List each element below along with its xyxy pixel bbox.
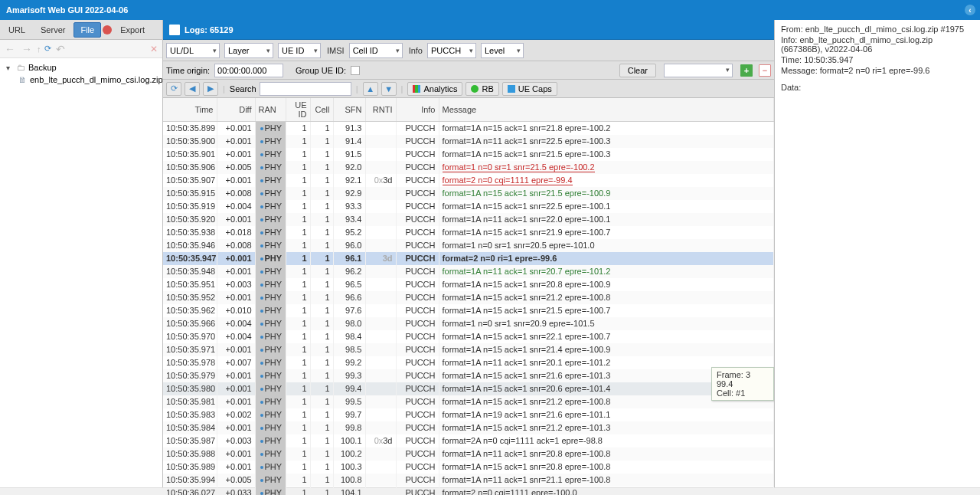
- folder-icon: 🗀: [17, 63, 25, 72]
- log-table: Time Diff RAN UE ID Cell SFN RNTI Info M…: [163, 98, 774, 495]
- left-toolbar: URL Server File Export: [0, 20, 162, 40]
- rb-button[interactable]: RB: [466, 82, 498, 96]
- table-row[interactable]: 10:50:35.962+0.010PHY1197.6PUCCHformat=1…: [163, 304, 774, 317]
- table-row[interactable]: 10:50:35.984+0.001PHY1199.8PUCCHformat=1…: [163, 421, 774, 434]
- app-title: Amarisoft Web GUI 2022-04-06: [6, 5, 128, 15]
- collapse-left-icon[interactable]: [965, 5, 975, 15]
- table-row[interactable]: 10:50:35.906+0.005PHY1192.0PUCCHformat=1…: [163, 161, 774, 174]
- file-button[interactable]: File: [74, 22, 101, 38]
- table-row[interactable]: 10:50:35.981+0.001PHY1199.5PUCCHformat=1…: [163, 395, 774, 408]
- table-row[interactable]: 10:50:35.919+0.004PHY1193.3PUCCHformat=1…: [163, 200, 774, 213]
- table-row[interactable]: 10:50:35.947+0.001PHY1196.13dPUCCHformat…: [163, 252, 774, 265]
- separator: |: [401, 84, 403, 93]
- tooltip: Frame: 3 99.4 Cell: #1: [711, 367, 774, 401]
- detail-info: enb_lte_pucch_dl_mimo_csi.log.zip (66738…: [781, 35, 933, 54]
- url-button[interactable]: URL: [2, 22, 32, 38]
- table-row[interactable]: 10:50:35.994+0.005PHY11100.8PUCCHformat=…: [163, 474, 774, 487]
- nav-up-icon[interactable]: ↑: [37, 44, 41, 54]
- col-ran[interactable]: RAN: [255, 98, 286, 122]
- filter-bar: UL/DL Layer UE ID IMSI Cell ID Info PUCC…: [163, 40, 774, 61]
- analytics-button[interactable]: Analytics: [407, 82, 462, 96]
- ueid-combo[interactable]: UE ID: [278, 43, 321, 58]
- group-ueid-checkbox[interactable]: [351, 66, 360, 75]
- filter-preset-combo[interactable]: [664, 64, 733, 77]
- document-icon: [169, 25, 180, 35]
- table-row[interactable]: 10:50:35.988+0.001PHY11100.2PUCCHformat=…: [163, 447, 774, 461]
- tree-node-logfile[interactable]: 🗎 enb_lte_pucch_dl_mimo_csi.log.zip ✓: [2, 74, 161, 86]
- col-diff[interactable]: Diff: [217, 98, 255, 122]
- info-label: Info: [409, 46, 423, 55]
- record-icon[interactable]: [103, 25, 112, 34]
- time-bar: Time origin: Group UE ID: Clear + −: [163, 61, 774, 80]
- col-message[interactable]: Message: [439, 98, 774, 122]
- export-button[interactable]: Export: [113, 22, 152, 38]
- square-icon: [508, 85, 515, 93]
- tree-toggle-icon[interactable]: ▾: [6, 64, 14, 72]
- table-row[interactable]: 10:50:35.901+0.001PHY1191.5PUCCHformat=1…: [163, 148, 774, 161]
- search-up-icon[interactable]: ▲: [363, 82, 378, 96]
- search-input[interactable]: [260, 82, 351, 96]
- table-row[interactable]: 10:50:35.948+0.001PHY1196.2PUCCHformat=1…: [163, 265, 774, 278]
- layer-combo[interactable]: Layer: [224, 43, 273, 58]
- close-icon[interactable]: ✕: [150, 44, 158, 54]
- detail-panel: From: enb_lte_pucch_dl_mimo_csi.log.zip …: [775, 20, 980, 495]
- table-row[interactable]: 10:50:35.938+0.018PHY1195.2PUCCHformat=1…: [163, 226, 774, 239]
- tooltip-line2: Cell: #1: [717, 388, 769, 398]
- table-row[interactable]: 10:50:35.970+0.004PHY1198.4PUCCHformat=1…: [163, 330, 774, 343]
- uecaps-button[interactable]: UE Caps: [502, 82, 557, 96]
- tree-label: Backup: [28, 63, 57, 72]
- remove-icon[interactable]: −: [759, 64, 771, 77]
- col-cell[interactable]: Cell: [310, 98, 333, 122]
- refresh-icon[interactable]: ⟳: [166, 82, 181, 96]
- col-rnti[interactable]: RNTI: [365, 98, 396, 122]
- table-row[interactable]: 10:50:35.952+0.001PHY1196.6PUCCHformat=1…: [163, 291, 774, 304]
- table-row[interactable]: 10:50:35.989+0.001PHY11100.3PUCCHformat=…: [163, 461, 774, 474]
- table-row[interactable]: 10:50:35.980+0.001PHY1199.4PUCCHformat=1…: [163, 382, 774, 395]
- left-panel: URL Server File Export ← → ↑ ⟳ ↶ ✕ ▾ 🗀 B…: [0, 20, 163, 495]
- server-button[interactable]: Server: [34, 22, 72, 38]
- nav-toolbar: ← → ↑ ⟳ ↶ ✕: [0, 40, 162, 58]
- table-row[interactable]: 10:50:35.900+0.001PHY1191.4PUCCHformat=1…: [163, 135, 774, 148]
- detail-from: enb_lte_pucch_dl_mimo_csi.log.zip #1975: [805, 25, 964, 34]
- level-combo[interactable]: Level: [481, 43, 524, 58]
- col-sfn[interactable]: SFN: [333, 98, 365, 122]
- add-icon[interactable]: +: [740, 64, 753, 77]
- search-down-icon[interactable]: ▼: [381, 82, 397, 96]
- table-row[interactable]: 10:50:35.978+0.007PHY1199.2PUCCHformat=1…: [163, 356, 774, 369]
- refresh-icon[interactable]: ⟳: [44, 44, 51, 54]
- col-ueid[interactable]: UE ID: [286, 98, 310, 122]
- prev-icon[interactable]: ◀: [185, 82, 200, 96]
- info-combo[interactable]: PUCCH: [427, 43, 476, 58]
- nav-back-icon[interactable]: ←: [3, 43, 17, 55]
- table-row[interactable]: 10:50:35.966+0.004PHY1198.0PUCCHformat=1…: [163, 317, 774, 330]
- table-row[interactable]: 10:50:35.979+0.001PHY1199.3PUCCHformat=1…: [163, 369, 774, 382]
- tree-node-backup[interactable]: ▾ 🗀 Backup: [2, 61, 161, 74]
- table-row[interactable]: 10:50:35.899+0.001PHY1191.3PUCCHformat=1…: [163, 122, 774, 135]
- table-row[interactable]: 10:50:36.027+0.033PHY11104.1PUCCHformat=…: [163, 487, 774, 496]
- table-row[interactable]: 10:50:35.946+0.008PHY1196.0PUCCHformat=1…: [163, 239, 774, 252]
- clear-button[interactable]: Clear: [619, 64, 656, 77]
- table-row[interactable]: 10:50:35.971+0.001PHY1198.5PUCCHformat=1…: [163, 343, 774, 356]
- chart-icon: [413, 85, 420, 93]
- table-row[interactable]: 10:50:35.987+0.003PHY11100.10x3dPUCCHfor…: [163, 434, 774, 447]
- uldl-combo[interactable]: UL/DL: [166, 43, 220, 58]
- logs-title: Logs: 65129: [185, 25, 234, 34]
- detail-time: 10:50:35.947: [804, 55, 853, 64]
- nav-undo-icon[interactable]: ↶: [54, 43, 67, 55]
- file-tree: ▾ 🗀 Backup 🗎 enb_lte_pucch_dl_mimo_csi.l…: [0, 58, 162, 495]
- col-info[interactable]: Info: [396, 98, 439, 122]
- time-origin-input[interactable]: [214, 64, 283, 77]
- table-row[interactable]: 10:50:35.915+0.008PHY1192.9PUCCHformat=1…: [163, 187, 774, 200]
- cellid-combo[interactable]: Cell ID: [349, 43, 403, 58]
- table-row[interactable]: 10:50:35.920+0.001PHY1193.4PUCCHformat=1…: [163, 213, 774, 226]
- nav-forward-icon[interactable]: →: [20, 43, 34, 55]
- next-icon[interactable]: ▶: [203, 82, 218, 96]
- table-row[interactable]: 10:50:35.983+0.002PHY1199.7PUCCHformat=1…: [163, 408, 774, 421]
- search-bar: ⟳ ◀ ▶ | Search | ▲ ▼ | Analytics RB UE C…: [163, 80, 774, 98]
- table-row[interactable]: 10:50:35.951+0.003PHY1196.5PUCCHformat=1…: [163, 278, 774, 291]
- table-row[interactable]: 10:50:35.907+0.001PHY1192.10x3dPUCCHform…: [163, 174, 774, 187]
- app-header: Amarisoft Web GUI 2022-04-06: [0, 0, 980, 20]
- col-time[interactable]: Time: [163, 98, 217, 122]
- logs-panel: Logs: 65129 UL/DL Layer UE ID IMSI Cell …: [163, 20, 775, 495]
- log-table-container[interactable]: Time Diff RAN UE ID Cell SFN RNTI Info M…: [163, 98, 774, 495]
